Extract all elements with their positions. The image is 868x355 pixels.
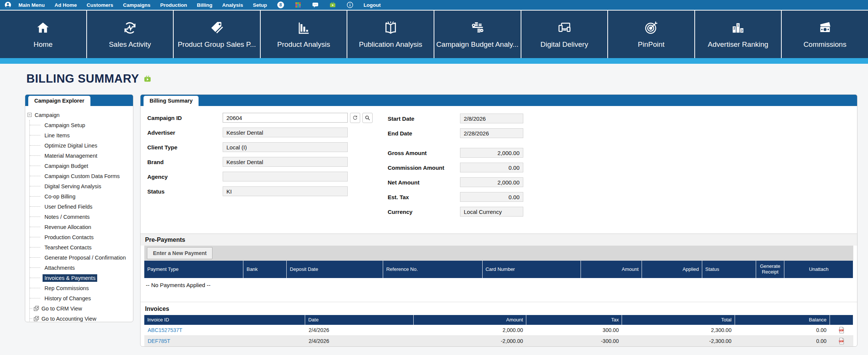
tree-item-co-op-billing[interactable]: Co-op Billing xyxy=(30,191,131,201)
tree-item-label: Line Items xyxy=(43,132,72,139)
menu-item-analysis[interactable]: Analysis xyxy=(217,2,248,8)
menu-item-setup[interactable]: Setup xyxy=(248,2,272,8)
tile-label: Publication Analysis xyxy=(359,40,422,49)
tree-link-go-to-accounting-view[interactable]: Go to Accounting View xyxy=(30,314,131,322)
menu-item-ad-home[interactable]: Ad Home xyxy=(50,2,82,8)
pdf-icon[interactable]: PDF xyxy=(839,338,845,344)
invoice-id-link[interactable]: ABC1527537T xyxy=(148,327,182,333)
campaign-budget-analysis-icon xyxy=(470,20,485,35)
video-help-icon[interactable] xyxy=(144,75,151,83)
tile-label: Sales Activity xyxy=(109,40,151,49)
apps-grid-icon[interactable] xyxy=(295,2,301,8)
tree-item-label: Invoices & Payments xyxy=(43,274,97,282)
invoice-cell-amount: -2,000.00 xyxy=(414,338,526,344)
status-field xyxy=(223,186,348,196)
tree-item-campaign-custom-data-forms[interactable]: Campaign Custom Data Forms xyxy=(30,171,131,181)
start-date-field xyxy=(460,114,523,123)
tree-branches: Campaign SetupLine ItemsOptimize Digital… xyxy=(29,120,131,322)
tile-label: Commissions xyxy=(804,40,847,49)
field-row-advertiser: Advertiser xyxy=(147,128,373,137)
commission-amount-field xyxy=(460,163,523,172)
nav-tile-pinpoint[interactable]: PinPoint xyxy=(608,11,694,58)
column-header-card-number: Card Number xyxy=(483,261,581,278)
tree-item-tearsheet-contacts[interactable]: Tearsheet Contacts xyxy=(30,242,131,252)
menu-item-billing[interactable]: Billing xyxy=(192,2,217,8)
column-header-date: Date xyxy=(305,315,414,325)
tree-item-material-management[interactable]: Material Management xyxy=(30,151,131,161)
svg-text:1: 1 xyxy=(737,23,739,27)
tree-item-label: Generate Proposal / Confirmation xyxy=(43,254,128,261)
tree-item-history-of-changes[interactable]: History of Changes xyxy=(30,293,131,303)
tree-item-attachments[interactable]: Attachments xyxy=(30,263,131,273)
nav-tile-digital-delivery[interactable]: Digital Delivery xyxy=(521,11,608,58)
column-header-balance: Balance xyxy=(735,315,830,325)
tree-root-campaign[interactable]: Campaign xyxy=(28,110,131,120)
logout-button[interactable]: Logout xyxy=(359,2,386,8)
tree-item-invoices-payments[interactable]: Invoices & Payments xyxy=(30,273,131,283)
advertiser-field xyxy=(223,128,348,137)
tree-item-generate-proposal-confirmation[interactable]: Generate Proposal / Confirmation xyxy=(30,252,131,263)
field-row-client-type: Client Type xyxy=(147,142,373,152)
refresh-button[interactable] xyxy=(350,113,360,123)
enter-new-payment-button[interactable]: Enter a New Payment xyxy=(147,247,212,259)
tree-item-digital-serving-analysis[interactable]: Digital Serving Analysis xyxy=(30,181,131,191)
billing-form: Campaign IDAdvertiserClient TypeBrandAge… xyxy=(141,106,857,234)
campaign-id-field[interactable] xyxy=(223,113,348,123)
field-label: Status xyxy=(147,188,223,195)
explorer-tab-bar: Campaign Explorer xyxy=(25,95,133,106)
user-icon[interactable] xyxy=(5,2,11,8)
tile-label: PinPoint xyxy=(638,40,665,49)
menu-item-main-menu[interactable]: Main Menu xyxy=(14,2,50,8)
currency-field xyxy=(460,207,523,217)
tree-item-user-defined-fields[interactable]: User Defined Fields xyxy=(30,201,131,212)
tile-label: Campaign Budget Analy... xyxy=(436,40,518,49)
tree-item-campaign-budget[interactable]: Campaign Budget xyxy=(30,161,131,171)
invoice-cell-date: 2/4/2026 xyxy=(305,327,414,333)
nav-tile-campaign-budget-analy[interactable]: Campaign Budget Analy... xyxy=(434,11,521,58)
svg-text:3: 3 xyxy=(741,28,743,32)
nav-tile-sales-activity[interactable]: Sales Activity xyxy=(87,11,173,58)
tree-item-notes-comments[interactable]: Notes / Comments xyxy=(30,212,131,222)
tree-link-go-to-crm-view[interactable]: Go to CRM View xyxy=(30,303,131,314)
nav-tile-home[interactable]: Home xyxy=(0,11,86,58)
invoice-cell-tax: 300.00 xyxy=(526,327,622,333)
chat-icon[interactable] xyxy=(312,2,319,8)
menu-item-customers[interactable]: Customers xyxy=(82,2,118,8)
search-button[interactable] xyxy=(362,113,373,123)
info-icon[interactable] xyxy=(347,2,353,8)
tree-item-revenue-allocation[interactable]: Revenue Allocation xyxy=(30,222,131,232)
tree-item-production-contacts[interactable]: Production Contacts xyxy=(30,232,131,242)
pre-payments-toolbar: Enter a New Payment xyxy=(144,246,853,261)
nav-tile-commissions[interactable]: Commissions xyxy=(782,11,868,58)
field-row-gross-amount: Gross Amount xyxy=(388,148,523,158)
nav-tile-product-analysis[interactable]: Product Analysis xyxy=(261,11,347,58)
tree-item-label: Co-op Billing xyxy=(43,193,77,200)
pdf-icon[interactable]: PDF xyxy=(839,327,845,333)
collapse-icon[interactable] xyxy=(28,113,32,117)
nav-tile-publication-analysis[interactable]: Publication Analysis xyxy=(347,11,434,58)
invoice-cell-tax: -300.00 xyxy=(526,338,622,344)
nav-tile-advertiser-ranking[interactable]: 123Advertiser Ranking xyxy=(695,11,781,58)
tree-item-label: Optimize Digital Lines xyxy=(43,142,99,149)
notification-badge[interactable]: 8 xyxy=(277,2,284,8)
tree-item-optimize-digital-lines[interactable]: Optimize Digital Lines xyxy=(30,140,131,151)
tree-link-label: Go to CRM View xyxy=(41,306,82,312)
tab-billing-summary[interactable]: Billing Summary xyxy=(144,96,199,106)
product-group-sales-icon xyxy=(209,20,224,35)
field-label: Gross Amount xyxy=(388,150,460,156)
tree-item-line-items[interactable]: Line Items xyxy=(30,130,131,140)
menu-item-campaigns[interactable]: Campaigns xyxy=(118,2,156,8)
invoice-id-link[interactable]: DEF785T xyxy=(148,338,170,344)
tree-item-campaign-setup[interactable]: Campaign Setup xyxy=(30,120,131,130)
gross-amount-field xyxy=(460,148,523,158)
tab-campaign-explorer[interactable]: Campaign Explorer xyxy=(28,96,90,106)
nav-tile-product-group-sales-p[interactable]: Product Group Sales P... xyxy=(174,11,260,58)
tree-item-label: Digital Serving Analysis xyxy=(43,183,103,190)
field-label: Commission Amount xyxy=(388,164,460,171)
est-tax-field xyxy=(460,192,523,202)
svg-text:PDF: PDF xyxy=(839,329,843,331)
tree-item-rep-commissions[interactable]: Rep Commissions xyxy=(30,283,131,293)
video-tutorial-icon[interactable] xyxy=(329,2,336,8)
advertiser-ranking-icon: 123 xyxy=(730,20,746,35)
menu-item-production[interactable]: Production xyxy=(155,2,192,8)
